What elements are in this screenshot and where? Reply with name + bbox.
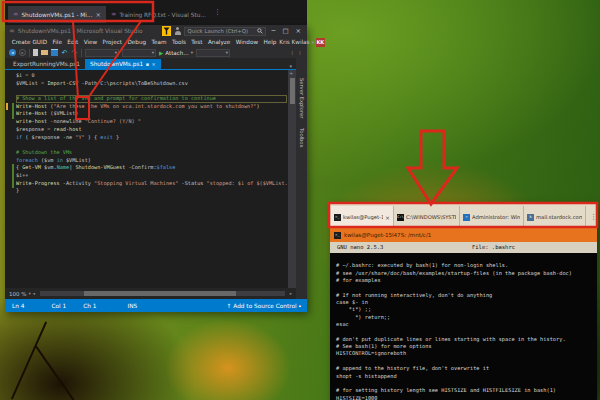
menu-item-project[interactable]: Project: [100, 39, 125, 45]
status-column: Col 1: [51, 303, 66, 309]
code-line: $response = read-host: [16, 126, 287, 134]
scrollbar-thumb[interactable]: [290, 78, 295, 104]
menu-item-analyze[interactable]: Analyze: [205, 39, 233, 45]
attach-button[interactable]: ▶ Attach... ▾: [159, 50, 193, 56]
visual-studio-icon: ∞: [9, 27, 15, 35]
toolbar-combobox[interactable]: ▾: [122, 49, 156, 57]
account-area[interactable]: Kris Kwilas ▾ KK: [279, 38, 325, 47]
chevron-down-icon[interactable]: ▾: [28, 291, 30, 296]
menu-item-tools[interactable]: Tools: [169, 39, 188, 45]
code-line: Write-Host ($VMList): [16, 110, 287, 118]
feedback-funnel-icon[interactable]: [162, 26, 171, 36]
splitter-plus-icon: +: [289, 70, 293, 76]
minimize-button[interactable]: ─: [269, 27, 277, 35]
document-tab[interactable]: ExportRunningVMs.ps1: [8, 59, 85, 70]
window-title: ShutdownVMs.ps1 - Microsoft Visual Studi…: [18, 28, 143, 34]
menu-item-test[interactable]: Test: [189, 39, 206, 45]
menu-item-help[interactable]: Help: [261, 39, 279, 45]
terminal-title-bar[interactable]: >_ kwilas@Puget-15l47S: /mnt/c/1: [330, 228, 597, 242]
feedback-person-icon[interactable]: [174, 27, 181, 35]
scroll-left-icon[interactable]: ◂: [33, 291, 35, 296]
sets-overflow-icon[interactable]: ⋮: [586, 213, 600, 221]
close-icon[interactable]: ×: [152, 61, 156, 67]
sets-overflow-icon[interactable]: ⋮: [214, 8, 221, 16]
terminal-line: # don't put duplicate lines or lines sta…: [336, 336, 597, 343]
terminal-content[interactable]: # ~/.bashrc: executed by bash(1) for non…: [330, 253, 597, 400]
navigate-back-icon[interactable]: ◂: [9, 49, 16, 56]
tab-label: mail.stardock.com - KITTY: [536, 214, 582, 220]
tab-label: ShutdownVMs.ps1: [90, 61, 143, 67]
tab-toolbox[interactable]: Toolbox: [299, 128, 305, 147]
close-icon[interactable]: ×: [385, 214, 390, 221]
terminal-tab[interactable]: >Administrator: Windows P...: [460, 206, 524, 228]
undo-icon[interactable]: ↶: [61, 49, 68, 56]
menu-item-file[interactable]: File: [50, 39, 65, 45]
vs-set-tab[interactable]: ∞ShutdownVMs.ps1 - Mi...×: [8, 6, 106, 23]
navigate-forward-icon[interactable]: ▸: [19, 49, 26, 56]
terminal-line: # If not running interactively, don't do…: [336, 292, 597, 299]
open-file-icon[interactable]: [41, 50, 48, 55]
vs-set-tab[interactable]: ∞Training RFQ.txt - Visual Stu...: [106, 6, 211, 23]
scroll-right-icon[interactable]: ▸: [290, 291, 292, 296]
vs-title-bar[interactable]: ∞ ShutdownVMs.ps1 - Microsoft Visual Stu…: [5, 25, 307, 37]
attach-label: Attach...: [165, 50, 189, 56]
vertical-scrollbar[interactable]: +: [288, 70, 296, 288]
toolbar-combobox[interactable]: ▾: [85, 49, 119, 57]
terminal-line: case $- in: [336, 299, 597, 306]
visual-studio-window: ∞ ShutdownVMs.ps1 - Microsoft Visual Stu…: [5, 25, 307, 312]
code-line: $VMList = Import-CSV -Path C:\pscripts\T…: [16, 80, 287, 88]
menu-item-team[interactable]: Team: [149, 39, 169, 45]
redo-icon[interactable]: ↷: [71, 49, 78, 56]
toolbar-separator: [29, 49, 30, 57]
powershell-icon: >: [463, 214, 470, 221]
terminal-line: [336, 358, 597, 365]
code-editor[interactable]: $i = 0$VMList = Import-CSV -Path C:\pscr…: [5, 70, 296, 288]
horizontal-scrollbar[interactable]: [40, 291, 285, 296]
menu-item-window[interactable]: Window: [233, 39, 261, 45]
add-to-source-control[interactable]: ↑ Add to Source Control ▴: [226, 303, 301, 309]
menu-item-view[interactable]: View: [81, 39, 100, 45]
terminal-line: [336, 255, 597, 262]
tab-overflow-icon[interactable]: ▾: [289, 63, 292, 69]
zoom-level[interactable]: 100 %: [9, 291, 26, 297]
menu-item-create-guid[interactable]: Create GUID: [9, 39, 50, 45]
terminal-tab[interactable]: >_kwilas@Puget-15l47S...×: [331, 206, 394, 228]
code-line: # Shutdown the VMs: [16, 149, 287, 157]
code-line: [16, 87, 287, 95]
code-content[interactable]: $i = 0$VMList = Import-CSV -Path C:\pscr…: [16, 70, 287, 288]
maximize-button[interactable]: □: [280, 27, 290, 35]
close-icon[interactable]: ×: [96, 11, 101, 19]
twig-decoration: [35, 346, 77, 400]
terminal-tab[interactable]: kmail.stardock.com - KITTY: [524, 206, 586, 228]
avatar[interactable]: KK: [316, 38, 325, 47]
toolbar-overflow-icon[interactable]: ⁞ ⁞: [291, 49, 303, 56]
terminal-tab[interactable]: C:\C:\WINDOWS\SYSTEM32\C...: [394, 206, 460, 228]
code-line: foreach ($vm in $VMList): [16, 157, 287, 165]
scrollbar-thumb[interactable]: [84, 291, 236, 296]
menu-items: Create GUIDFileEditViewProjectDebugTeamT…: [9, 39, 279, 45]
terminal-line: # for setting history length see HISTSIZ…: [336, 387, 597, 394]
quick-launch-box[interactable]: Quick Launch (Ctrl+Q): [184, 27, 266, 36]
menu-item-debug[interactable]: Debug: [125, 39, 149, 45]
code-line: $i = 0: [16, 72, 287, 80]
chevron-down-icon: ▾: [226, 50, 228, 55]
save-icon[interactable]: [51, 49, 58, 56]
tab-server-explorer[interactable]: Server Explorer: [299, 78, 305, 118]
pin-icon[interactable]: ▪: [146, 61, 149, 67]
new-file-icon[interactable]: [33, 49, 38, 56]
close-button[interactable]: ×: [294, 27, 303, 35]
menu-item-edit[interactable]: Edit: [65, 39, 81, 45]
vs-toolbar: ◂ ▸ ↶ ↷ ▾ ▾ ▶ Attach... ▾ ▾ ⁞ ⁞: [5, 47, 307, 58]
cmd-icon: C:\: [397, 214, 404, 221]
publish-icon: ↑: [226, 303, 231, 309]
code-line: [16, 141, 287, 149]
quick-launch-placeholder: Quick Launch (Ctrl+Q): [187, 28, 255, 34]
code-line: if ( $response -ne "Y" ) { exit }: [16, 134, 287, 142]
toolbar-combobox[interactable]: ▾: [196, 49, 230, 57]
tab-label: ExportRunningVMs.ps1: [13, 61, 80, 67]
tab-label: ShutdownVMs.ps1 - Mi...: [21, 12, 92, 18]
change-tracking-bar: [12, 164, 14, 188]
terminal-line: [336, 380, 597, 387]
terminal-line: HISTSIZE=1000: [336, 395, 597, 400]
document-tab[interactable]: ShutdownVMs.ps1▪×: [85, 59, 161, 70]
